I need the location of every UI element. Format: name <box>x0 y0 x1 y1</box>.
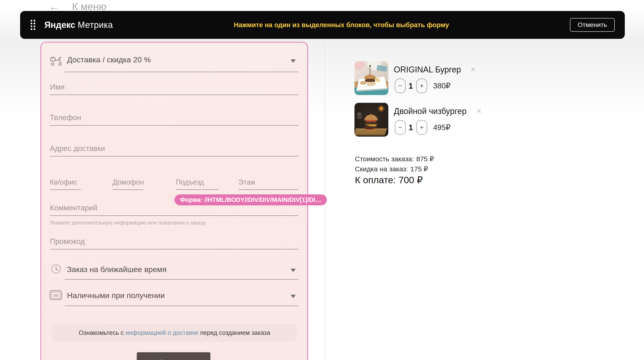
delivery-notice: Ознакомьтесь с информацией о доставке пе… <box>52 324 297 342</box>
order-discount: Скидка на заказ:175 ₽ <box>355 165 428 173</box>
comment-hint: Укажите дополнительную информацию или по… <box>50 220 207 226</box>
back-arrow-icon: ← <box>49 1 59 12</box>
brand-metrika: Метрика <box>78 20 113 30</box>
total-label: К оплате: <box>355 175 396 185</box>
entrance-input[interactable] <box>176 176 219 190</box>
caret-down-icon <box>291 59 296 63</box>
discount-value: 175 ₽ <box>410 165 428 173</box>
caret-down-icon <box>291 295 296 298</box>
delivery-info-link[interactable]: информацией о доставке <box>125 329 198 337</box>
brand-yandex: Яндекс <box>44 20 75 30</box>
cancel-button[interactable]: Отменить <box>570 18 615 32</box>
cart-item-image-double-cheeseburger <box>354 103 388 137</box>
subtotal-label: Стоимость заказа: <box>355 155 414 163</box>
yandex-metrika-logo: Яндекс Метрика <box>44 20 113 30</box>
clock-icon <box>51 264 61 274</box>
delivery-time-value: Заказ на ближайшее время <box>67 265 166 274</box>
caret-down-icon <box>291 269 296 272</box>
promo-code-input[interactable] <box>50 235 298 249</box>
name-input[interactable] <box>50 80 298 95</box>
scooter-icon <box>50 56 63 66</box>
apartment-input[interactable] <box>50 176 81 190</box>
drag-handle-icon[interactable] <box>30 19 36 30</box>
cart-item-name: ORIGINAL Бургер <box>394 65 461 74</box>
decrease-quantity-button[interactable]: − <box>395 120 406 135</box>
discount-label: Скидка на заказ: <box>355 165 408 173</box>
back-to-menu-link[interactable]: ← К меню <box>49 1 106 12</box>
remove-item-button[interactable]: × <box>476 107 482 115</box>
back-link-label: К меню <box>72 1 106 12</box>
order-subtotal: Стоимость заказа:875 ₽ <box>355 155 434 163</box>
address-input[interactable] <box>50 142 298 157</box>
remove-item-button[interactable]: × <box>471 65 476 74</box>
cart-item-image-original-burger <box>354 61 388 95</box>
floor-input[interactable] <box>238 176 298 190</box>
increase-quantity-button[interactable]: + <box>416 120 427 135</box>
cart-item-name: Двойной чизбургер <box>394 106 466 116</box>
item-price: 495₽ <box>433 123 450 132</box>
increase-quantity-button[interactable]: + <box>416 79 427 93</box>
phone-input[interactable] <box>50 111 298 126</box>
subtotal-value: 875 ₽ <box>416 155 434 163</box>
payment-method-value: Наличными при получении <box>67 291 165 300</box>
order-total: К оплате:700 ₽ <box>355 175 423 185</box>
notice-suffix: перед созданием заказа <box>198 329 270 337</box>
payment-method-select[interactable]: Наличными при получении <box>65 289 298 306</box>
cash-icon: 100 <box>50 290 62 300</box>
metrika-form-xpath-tooltip: Форма: //HTML/BODY//DIV/DIV/MAIN/DIV[1]/… <box>174 194 327 205</box>
delivery-type-value: Доставка / скидка 20 % <box>67 55 151 64</box>
metrika-instruction-text: Нажмите на один из выделенных блоков, чт… <box>234 21 449 29</box>
intercom-input[interactable] <box>112 176 144 190</box>
decrease-quantity-button[interactable]: − <box>395 79 406 93</box>
delivery-type-select[interactable]: Доставка / скидка 20 % <box>65 54 298 72</box>
submit-order-button[interactable]: Заказать <box>137 352 210 360</box>
metrika-toolbar: Яндекс Метрика Нажмите на один из выделе… <box>20 11 625 39</box>
item-quantity: 1 <box>406 123 415 132</box>
item-quantity: 1 <box>406 81 415 90</box>
total-value: 700 ₽ <box>398 175 423 185</box>
item-price: 380₽ <box>433 81 450 90</box>
notice-prefix: Ознакомьтесь с <box>79 329 125 337</box>
svg-text:100: 100 <box>53 294 58 297</box>
delivery-time-select[interactable]: Заказ на ближайшее время <box>65 262 298 280</box>
